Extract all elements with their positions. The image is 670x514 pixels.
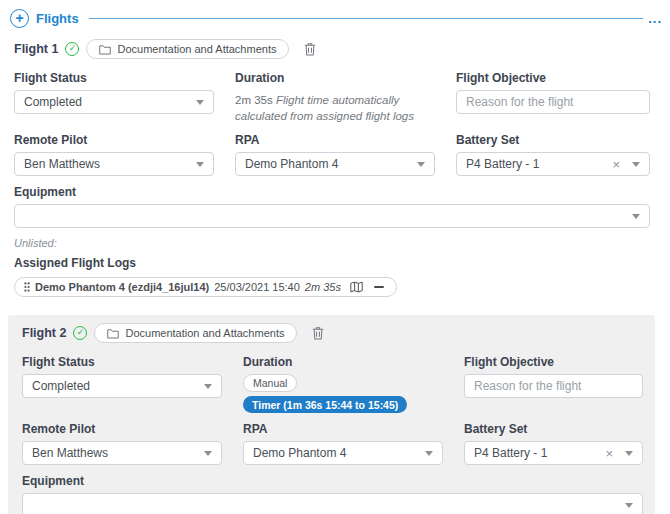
chevron-down-icon bbox=[632, 162, 640, 167]
rpa-select[interactable]: Demo Phantom 4 bbox=[243, 441, 443, 465]
duration-value: 2m 35s bbox=[235, 94, 273, 106]
timer-duration-chip[interactable]: Timer (1m 36s 15:44 to 15:45) bbox=[243, 396, 407, 413]
section-menu-button[interactable]: ... bbox=[648, 15, 662, 23]
equipment-select[interactable] bbox=[14, 204, 650, 228]
duration-field: Duration 2m 35s Flight time automaticall… bbox=[235, 62, 435, 124]
documentation-attachments-button[interactable]: Documentation and Attachments bbox=[86, 39, 289, 59]
remote-pilot-select[interactable]: Ben Matthews bbox=[22, 441, 222, 465]
battery-set-field: Battery Set P4 Battery - 1 × bbox=[456, 124, 650, 176]
unassign-log-button[interactable] bbox=[368, 286, 384, 288]
flight-objective-field: Flight Objective bbox=[464, 346, 643, 413]
documentation-attachments-label: Documentation and Attachments bbox=[117, 43, 276, 55]
battery-set-label: Battery Set bbox=[456, 133, 650, 147]
rpa-field: RPA Demo Phantom 4 bbox=[243, 413, 443, 465]
assigned-flight-logs-label: Assigned Flight Logs bbox=[14, 256, 650, 270]
remote-pilot-label: Remote Pilot bbox=[14, 133, 214, 147]
chevron-down-icon bbox=[196, 162, 204, 167]
rpa-field: RPA Demo Phantom 4 bbox=[235, 124, 435, 176]
rpa-value: Demo Phantom 4 bbox=[245, 157, 417, 171]
flight-objective-input[interactable] bbox=[456, 90, 650, 114]
duration-label: Duration bbox=[235, 71, 435, 85]
map-icon[interactable] bbox=[350, 281, 363, 293]
flight-status-field: Flight Status Completed bbox=[22, 346, 222, 413]
documentation-attachments-button[interactable]: Documentation and Attachments bbox=[94, 323, 297, 343]
header-divider-line bbox=[89, 18, 644, 19]
flight-status-select[interactable]: Completed bbox=[14, 90, 214, 114]
flight-1-section: Flight 1 ✓ Documentation and Attachments… bbox=[0, 28, 670, 307]
duration-text: 2m 35s Flight time automatically calcula… bbox=[235, 90, 435, 124]
unlisted-label: Unlisted: bbox=[14, 237, 650, 249]
manual-duration-chip[interactable]: Manual bbox=[243, 374, 297, 392]
add-flight-button[interactable]: + bbox=[10, 9, 29, 28]
equipment-label: Equipment bbox=[14, 185, 650, 199]
chevron-down-icon bbox=[625, 451, 633, 456]
documentation-attachments-label: Documentation and Attachments bbox=[125, 327, 284, 339]
remote-pilot-field: Remote Pilot Ben Matthews bbox=[22, 413, 222, 465]
battery-set-label: Battery Set bbox=[464, 422, 643, 436]
chevron-down-icon bbox=[204, 384, 212, 389]
flights-section-header: + Flights ... bbox=[0, 0, 670, 28]
remote-pilot-select[interactable]: Ben Matthews bbox=[14, 152, 214, 176]
folder-icon bbox=[99, 44, 111, 55]
remote-pilot-value: Ben Matthews bbox=[24, 157, 196, 171]
flight-2-fields-grid: Flight Status Completed Duration Manual … bbox=[22, 346, 643, 465]
log-duration: 2m 35s bbox=[305, 281, 341, 293]
clear-selection-icon[interactable]: × bbox=[612, 158, 620, 171]
battery-set-field: Battery Set P4 Battery - 1 × bbox=[464, 413, 643, 465]
flight-status-label: Flight Status bbox=[14, 71, 214, 85]
flight-2-title-row: Flight 2 ✓ Documentation and Attachments bbox=[22, 323, 643, 343]
flight-status-label: Flight Status bbox=[22, 355, 222, 369]
minus-icon bbox=[374, 286, 384, 288]
duration-label: Duration bbox=[243, 355, 443, 369]
duration-field: Duration Manual Timer (1m 36s 15:44 to 1… bbox=[243, 346, 443, 413]
rpa-label: RPA bbox=[235, 133, 435, 147]
delete-flight-button[interactable] bbox=[304, 42, 316, 56]
flight-complete-check-icon: ✓ bbox=[73, 326, 87, 340]
remote-pilot-value: Ben Matthews bbox=[32, 446, 204, 460]
chevron-down-icon bbox=[632, 214, 640, 219]
rpa-label: RPA bbox=[243, 422, 443, 436]
flight-status-field: Flight Status Completed bbox=[14, 62, 214, 124]
clear-selection-icon[interactable]: × bbox=[605, 447, 613, 460]
rpa-value: Demo Phantom 4 bbox=[253, 446, 425, 460]
chevron-down-icon bbox=[204, 451, 212, 456]
drag-handle-icon[interactable] bbox=[24, 282, 30, 292]
chevron-down-icon bbox=[425, 451, 433, 456]
chevron-down-icon bbox=[625, 503, 633, 508]
flight-2-section: Flight 2 ✓ Documentation and Attachments… bbox=[8, 315, 655, 514]
battery-set-select[interactable]: P4 Battery - 1 × bbox=[456, 152, 650, 176]
log-datetime: 25/03/2021 15:40 bbox=[214, 281, 300, 293]
assigned-flight-log-chip[interactable]: Demo Phantom 4 (ezdji4_16jul14) 25/03/20… bbox=[14, 277, 397, 297]
rpa-select[interactable]: Demo Phantom 4 bbox=[235, 152, 435, 176]
flight-status-value: Completed bbox=[32, 379, 204, 393]
flight-2-title: Flight 2 bbox=[22, 326, 66, 340]
log-name: Demo Phantom 4 (ezdji4_16jul14) bbox=[35, 281, 209, 293]
flight-1-title: Flight 1 bbox=[14, 42, 58, 56]
flight-1-title-row: Flight 1 ✓ Documentation and Attachments bbox=[14, 39, 650, 59]
flight-complete-check-icon: ✓ bbox=[65, 42, 79, 56]
battery-set-select[interactable]: P4 Battery - 1 × bbox=[464, 441, 643, 465]
battery-set-value: P4 Battery - 1 bbox=[466, 157, 612, 171]
equipment-select[interactable] bbox=[22, 493, 643, 514]
delete-flight-button[interactable] bbox=[312, 326, 324, 340]
flight-objective-input[interactable] bbox=[464, 374, 643, 398]
flight-status-value: Completed bbox=[24, 95, 196, 109]
section-title: Flights bbox=[36, 11, 79, 26]
folder-icon bbox=[107, 328, 119, 339]
chevron-down-icon bbox=[417, 162, 425, 167]
flight-objective-label: Flight Objective bbox=[464, 355, 643, 369]
chevron-down-icon bbox=[196, 100, 204, 105]
flight-status-select[interactable]: Completed bbox=[22, 374, 222, 398]
equipment-label: Equipment bbox=[22, 474, 643, 488]
flight-objective-field: Flight Objective bbox=[456, 62, 650, 124]
flights-page: + Flights ... Flight 1 ✓ Documentation a… bbox=[0, 0, 670, 514]
remote-pilot-label: Remote Pilot bbox=[22, 422, 222, 436]
flight-1-fields-grid: Flight Status Completed Duration 2m 35s … bbox=[14, 62, 650, 176]
remote-pilot-field: Remote Pilot Ben Matthews bbox=[14, 124, 214, 176]
battery-set-value: P4 Battery - 1 bbox=[474, 446, 605, 460]
flight-objective-label: Flight Objective bbox=[456, 71, 650, 85]
